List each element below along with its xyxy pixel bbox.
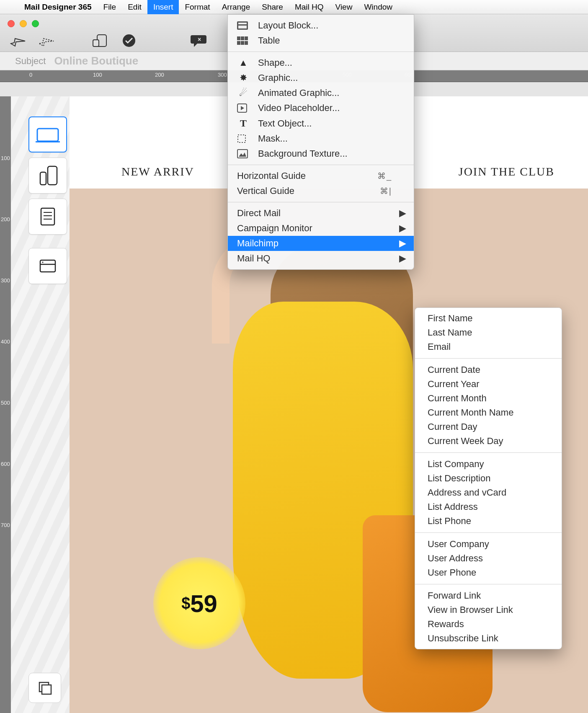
shortcut-label: ⌘| [380,186,392,196]
svg-marker-31 [239,152,246,157]
insert-layout-block[interactable]: Layout Block... [228,18,414,33]
mc-address-vcard[interactable]: Address and vCard [415,486,562,500]
svg-rect-25 [241,41,244,45]
layers-button[interactable] [28,673,61,703]
svg-rect-1 [93,40,99,46]
svg-rect-19 [238,26,247,28]
insert-video-placeholder[interactable]: Video Placeholder... [228,101,414,116]
menu-edit[interactable]: Edit [122,0,147,14]
device-browser-button[interactable] [28,248,67,284]
close-window-button[interactable] [8,20,15,27]
test-send-icon[interactable] [38,32,56,49]
device-desktop-button[interactable] [28,116,67,152]
app-menu[interactable]: Mail Designer 365 [18,0,98,14]
mc-list-phone[interactable]: List Phone [415,514,562,528]
price-currency: $ [181,594,190,612]
svg-rect-4 [37,129,58,141]
mc-current-month[interactable]: Current Month [415,391,562,406]
mc-view-browser-link[interactable]: View in Browser Link [415,603,562,617]
mc-current-date[interactable]: Current Date [415,363,562,377]
menu-view[interactable]: View [330,0,358,14]
menu-share[interactable]: Share [256,0,289,14]
insert-horizontal-guide[interactable]: Horizontal Guide⌘_ [228,168,414,183]
mc-list-description[interactable]: List Description [415,471,562,486]
insert-table[interactable]: Table [228,33,414,48]
svg-rect-21 [237,36,240,40]
ruler-tick: 700 [1,522,10,528]
shape-icon: ▲ [237,57,250,68]
graphic-icon: ✸ [237,72,250,83]
submenu-arrow-icon: ▶ [399,208,406,219]
mc-email[interactable]: Email [415,340,562,354]
ruler-tick: 0 [29,72,32,78]
animated-graphic-icon: ☄ [237,88,250,98]
svg-rect-5 [36,141,60,142]
mc-rewards[interactable]: Rewards [415,617,562,631]
nav-join-club[interactable]: JOIN THE CLUB [459,165,554,178]
mc-user-address[interactable]: User Address [415,551,562,566]
insert-direct-mail[interactable]: Direct Mail▶ [228,206,414,221]
insert-vertical-guide[interactable]: Vertical Guide⌘| [228,183,414,199]
menu-format[interactable]: Format [179,0,216,14]
mc-user-company[interactable]: User Company [415,537,562,551]
mc-current-week-day[interactable]: Current Week Day [415,434,562,448]
submenu-arrow-icon: ▶ [399,223,406,234]
insert-menu-dropdown: Layout Block... Table ▲Shape... ✸Graphic… [227,14,414,270]
ruler-tick: 500 [1,400,10,406]
svg-rect-6 [48,166,57,185]
video-icon [237,103,250,113]
mc-list-address[interactable]: List Address [415,500,562,514]
nav-new-arrivals[interactable]: NEW ARRIV [121,165,194,178]
submenu-arrow-icon: ▶ [399,238,406,249]
device-mobile-button[interactable] [28,158,67,194]
insert-mask[interactable]: Mask... [228,131,414,146]
svg-rect-29 [238,135,245,142]
mc-current-month-name[interactable]: Current Month Name [415,406,562,420]
mc-user-phone[interactable]: User Phone [415,566,562,580]
price-amount: 59 [190,590,217,617]
mc-list-company[interactable]: List Company [415,457,562,471]
layout-block-icon [237,21,250,30]
insert-text-object[interactable]: TText Object... [228,116,414,131]
send-icon[interactable] [9,32,28,49]
insert-shape[interactable]: ▲Shape... [228,55,414,70]
ruler-tick: 100 [1,155,10,161]
menu-file[interactable]: File [98,0,122,14]
minimize-window-button[interactable] [20,20,27,27]
price-badge[interactable]: $59 [153,557,245,649]
mc-current-day[interactable]: Current Day [415,420,562,434]
mc-first-name[interactable]: First Name [415,311,562,326]
menu-mail-hq[interactable]: Mail HQ [289,0,330,14]
chat-remove-icon[interactable]: × [190,32,209,49]
submenu-arrow-icon: ▶ [399,253,406,264]
mc-unsubscribe-link[interactable]: Unsubscribe Link [415,631,562,646]
menu-window[interactable]: Window [358,0,398,14]
insert-campaign-monitor[interactable]: Campaign Monitor▶ [228,221,414,236]
mc-current-year[interactable]: Current Year [415,377,562,391]
ruler-tick: 300 [1,277,10,284]
svg-text:×: × [198,36,201,43]
menu-arrange[interactable]: Arrange [216,0,256,14]
insert-mailchimp[interactable]: Mailchimp▶ [228,236,414,251]
insert-background-texture[interactable]: Background Texture... [228,146,414,161]
subject-input[interactable]: Online Boutique [54,54,138,67]
check-icon[interactable] [120,32,138,49]
device-text-button[interactable] [28,199,67,235]
mc-forward-link[interactable]: Forward Link [415,589,562,603]
svg-point-14 [42,262,44,263]
mc-last-name[interactable]: Last Name [415,326,562,340]
subject-label: Subject [15,56,46,67]
insert-graphic[interactable]: ✸Graphic... [228,70,414,85]
menu-insert[interactable]: Insert [147,0,179,14]
macos-menubar: Mail Designer 365 File Edit Insert Forma… [0,0,588,14]
insert-animated-graphic[interactable]: ☄Animated Graphic... [228,85,414,101]
devices-icon[interactable] [91,32,110,49]
ruler-tick: 600 [1,461,10,467]
insert-mail-hq-sub[interactable]: Mail HQ▶ [228,251,414,266]
vertical-ruler[interactable]: 100 200 300 400 500 600 700 [0,96,11,713]
zoom-window-button[interactable] [32,20,39,27]
ruler-tick: 200 [155,72,164,78]
svg-marker-28 [241,106,244,110]
svg-rect-24 [237,41,240,45]
svg-rect-22 [241,36,244,40]
